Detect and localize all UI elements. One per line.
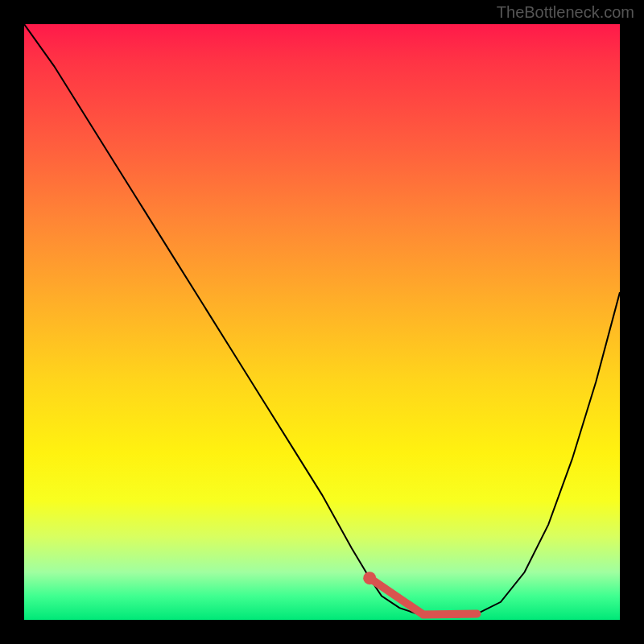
chart-plot-area <box>24 24 620 620</box>
optimal-point-marker <box>363 572 376 584</box>
chart-svg <box>24 24 620 620</box>
watermark-text: TheBottleneck.com <box>497 3 634 22</box>
bottleneck-curve <box>24 24 620 617</box>
optimal-range-highlight <box>369 578 477 614</box>
